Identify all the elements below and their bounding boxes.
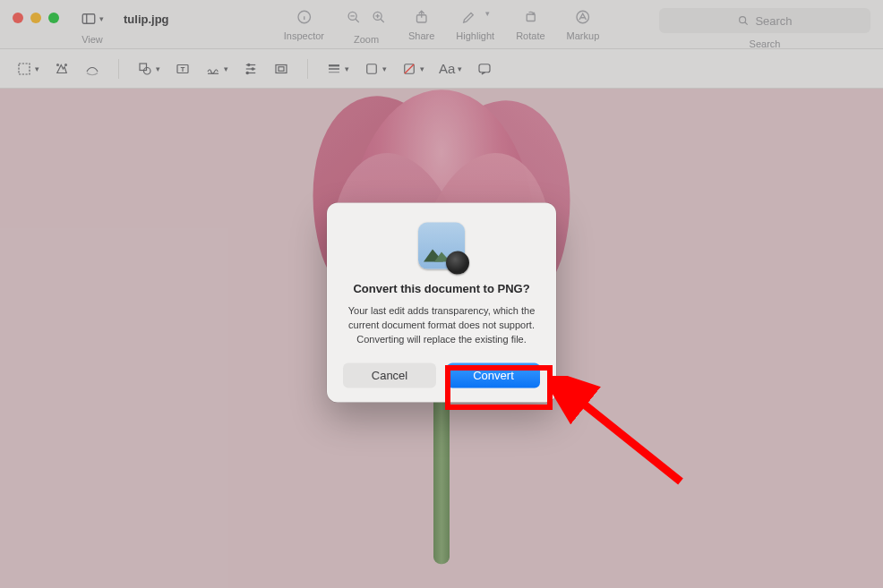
svg-point-15 (740, 17, 746, 23)
search-field[interactable]: Search (659, 8, 870, 33)
cancel-button[interactable]: Cancel (343, 362, 436, 388)
svg-rect-31 (279, 66, 284, 71)
svg-rect-35 (367, 64, 377, 73)
svg-point-28 (252, 67, 253, 69)
svg-point-27 (248, 64, 250, 65)
markup-toolbar: ▾ ▾ ▾ ▾ ▾ ▾ Aa▾ (0, 49, 883, 89)
zoom-out-button[interactable] (346, 9, 362, 29)
text-tool[interactable] (175, 61, 191, 77)
titlebar: ▾ View tulip.jpg Inspector Zoom Share ▾ … (0, 0, 883, 49)
markup-label: Markup (567, 30, 600, 41)
annotate-tool[interactable] (476, 61, 493, 77)
svg-rect-17 (19, 64, 30, 74)
svg-rect-20 (140, 64, 147, 71)
svg-point-18 (57, 64, 59, 65)
svg-point-21 (144, 67, 151, 74)
instant-alpha-tool[interactable] (54, 61, 70, 77)
view-sidebar-icon[interactable]: ▾ (77, 9, 107, 29)
convert-button[interactable]: Convert (447, 362, 540, 388)
convert-dialog: Convert this document to PNG? Your last … (327, 203, 556, 403)
search-label: Search (750, 38, 781, 49)
share-label: Share (408, 30, 434, 41)
inspector-button[interactable]: Inspector (284, 9, 324, 41)
svg-line-6 (356, 19, 359, 22)
chevron-down-icon: ▾ (99, 14, 104, 23)
sign-tool[interactable]: ▾ (205, 61, 228, 77)
fullscreen-window-button[interactable] (48, 13, 59, 23)
svg-rect-30 (276, 64, 287, 72)
view-menu[interactable]: ▾ View (77, 9, 107, 45)
highlight-button[interactable]: ▾ Highlight (456, 9, 494, 41)
fill-color-tool[interactable]: ▾ (401, 61, 424, 77)
chevron-down-icon: ▾ (485, 9, 490, 25)
markup-button[interactable]: Markup (567, 9, 600, 41)
view-label: View (81, 34, 103, 45)
close-window-button[interactable] (13, 13, 23, 23)
document-title: tulip.jpg (124, 13, 169, 26)
inspector-label: Inspector (284, 30, 324, 41)
adjust-size-tool[interactable] (273, 61, 289, 77)
dialog-message: Your last edit adds transparency, which … (343, 304, 540, 347)
svg-line-37 (405, 64, 415, 73)
svg-point-29 (246, 72, 248, 73)
zoom-in-button[interactable] (371, 9, 387, 29)
shape-style-tool[interactable]: ▾ (326, 61, 349, 77)
text-style-tool[interactable]: Aa▾ (439, 61, 462, 76)
preview-app-icon (418, 223, 465, 269)
svg-rect-0 (82, 14, 95, 24)
minimize-window-button[interactable] (30, 13, 41, 23)
border-color-tool[interactable]: ▾ (364, 61, 387, 77)
svg-point-19 (65, 64, 67, 65)
traffic-lights (13, 13, 59, 23)
search-icon (737, 14, 750, 27)
highlight-label: Highlight (456, 30, 494, 41)
zoom-group: Zoom (346, 9, 387, 45)
svg-line-9 (381, 19, 384, 22)
dialog-title: Convert this document to PNG? (343, 282, 540, 295)
sketch-tool[interactable] (84, 61, 100, 77)
svg-line-16 (745, 22, 748, 25)
rotate-button[interactable]: Rotate (516, 9, 544, 41)
search-placeholder: Search (755, 14, 792, 28)
selection-tool[interactable]: ▾ (16, 61, 39, 77)
center-toolbar: Inspector Zoom Share ▾ Highlight Rotate … (284, 9, 600, 45)
rotate-label: Rotate (516, 30, 544, 41)
adjust-color-tool[interactable] (243, 61, 259, 77)
svg-rect-38 (479, 64, 490, 72)
share-button[interactable]: Share (408, 9, 434, 41)
shapes-tool[interactable]: ▾ (137, 61, 160, 77)
svg-rect-13 (527, 14, 535, 21)
zoom-label: Zoom (354, 34, 379, 45)
